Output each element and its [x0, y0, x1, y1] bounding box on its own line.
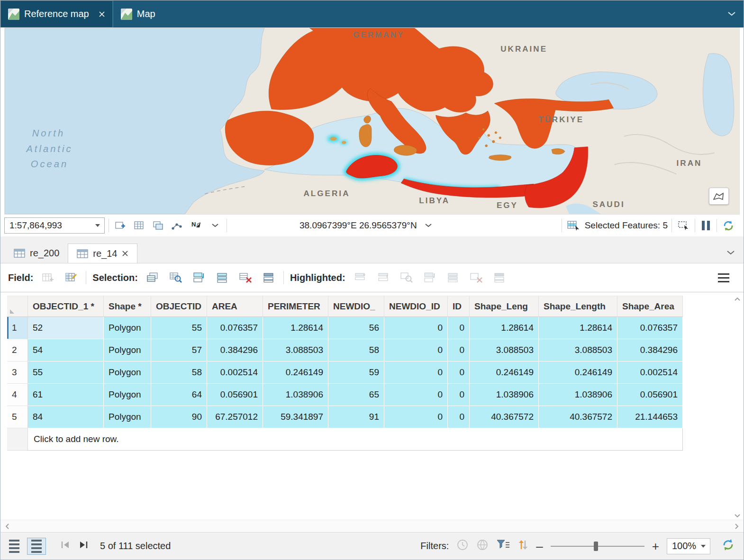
column-header[interactable]: PERIMETER: [263, 296, 328, 317]
cell[interactable]: 1.28614: [539, 317, 617, 339]
map-canvas[interactable]: GERMANY UKRAINE TÜRKIYE IRAN SAUDI EGY L…: [4, 27, 740, 215]
highlight-copy-icon[interactable]: [352, 270, 369, 285]
cell[interactable]: Polygon: [104, 339, 151, 361]
cell[interactable]: 0.076357: [617, 317, 683, 339]
cell[interactable]: 0: [448, 339, 470, 361]
highlight-rows-icon[interactable]: [445, 270, 462, 285]
cell[interactable]: 1.28614: [470, 317, 539, 339]
scroll-down-icon[interactable]: [734, 514, 741, 518]
next-record-icon[interactable]: [78, 541, 89, 551]
time-filter-icon[interactable]: [456, 539, 469, 553]
view-tab-map[interactable]: Map: [113, 0, 163, 27]
scroll-left-icon[interactable]: [5, 523, 9, 530]
cell[interactable]: 0: [448, 406, 470, 428]
cell[interactable]: Polygon: [104, 361, 151, 384]
highlight-clear-icon[interactable]: [468, 270, 485, 285]
new-map-view-icon[interactable]: [113, 218, 128, 233]
table-row[interactable]: 3 55 Polygon 58 0.002514 0.246149 59 0 0…: [7, 361, 683, 384]
column-header[interactable]: NEWDIO_ID: [384, 296, 448, 317]
cell[interactable]: 1.038906: [263, 384, 328, 406]
column-header[interactable]: Shape_Leng: [470, 296, 539, 317]
cell[interactable]: 90: [151, 406, 207, 428]
cell[interactable]: 65: [328, 384, 384, 406]
column-header[interactable]: OBJECTID: [151, 296, 207, 317]
cell[interactable]: 0: [448, 384, 470, 406]
filter-icon[interactable]: [496, 539, 510, 553]
cell[interactable]: 40.367572: [470, 406, 539, 428]
cell[interactable]: 0: [384, 361, 448, 384]
cell[interactable]: 1.28614: [263, 317, 328, 339]
cell[interactable]: Polygon: [104, 406, 151, 428]
cell[interactable]: 59.341897: [263, 406, 328, 428]
calculate-field-icon[interactable]: [63, 270, 80, 285]
cell[interactable]: 0.056901: [207, 384, 263, 406]
add-new-row[interactable]: Click to add new row.: [7, 428, 683, 451]
cell[interactable]: 0: [384, 406, 448, 428]
cell[interactable]: 3.088503: [263, 339, 328, 361]
table-tab-re200[interactable]: re_200: [5, 244, 68, 263]
chevron-down-icon[interactable]: [208, 218, 223, 233]
slider-handle[interactable]: [594, 542, 598, 551]
cell[interactable]: 0: [384, 339, 448, 361]
close-tab-icon[interactable]: [99, 11, 105, 18]
column-header[interactable]: Shape_Length: [539, 296, 617, 317]
sort-icon[interactable]: [518, 539, 528, 553]
scale-combobox[interactable]: 1:57,864,993: [4, 217, 105, 234]
switch-selection-icon[interactable]: [191, 270, 208, 285]
column-header[interactable]: NEWDIO_: [328, 296, 384, 317]
highlight-zoom-icon[interactable]: [398, 270, 415, 285]
select-all-icon[interactable]: [214, 270, 231, 285]
cell[interactable]: 56: [328, 317, 384, 339]
grid-icon[interactable]: [132, 218, 147, 233]
cell[interactable]: 3.088503: [470, 339, 539, 361]
north-arrow-icon[interactable]: N: [189, 218, 204, 233]
cell[interactable]: 55: [28, 361, 104, 384]
table-row[interactable]: 5 84 Polygon 90 67.257012 59.341897 91 0…: [7, 406, 683, 428]
add-field-icon[interactable]: [39, 270, 56, 285]
copy-selection-icon[interactable]: [144, 270, 161, 285]
zoom-slider[interactable]: [551, 539, 644, 553]
cell[interactable]: 0.056901: [617, 384, 683, 406]
column-header[interactable]: Shape *: [104, 296, 151, 317]
refresh-icon[interactable]: [721, 218, 736, 233]
highlight-switch-icon[interactable]: [375, 270, 392, 285]
cell[interactable]: 55: [151, 317, 207, 339]
column-header[interactable]: ID: [448, 296, 470, 317]
highlight-select-icon[interactable]: [421, 270, 438, 285]
pause-drawing-icon[interactable]: [699, 221, 713, 230]
cell[interactable]: 0.246149: [263, 361, 328, 384]
cell[interactable]: 59: [328, 361, 384, 384]
table-row[interactable]: 2 54 Polygon 57 0.384296 3.088503 58 0 0…: [7, 339, 683, 361]
clear-selection-icon[interactable]: [237, 270, 254, 285]
close-tab-icon[interactable]: [122, 248, 128, 259]
cell[interactable]: 40.367572: [539, 406, 617, 428]
vertical-scrollbar[interactable]: [732, 297, 743, 518]
first-record-icon[interactable]: [60, 541, 71, 551]
cell[interactable]: 1.038906: [539, 384, 617, 406]
cell[interactable]: 84: [28, 406, 104, 428]
cell[interactable]: 0: [448, 317, 470, 339]
select-rectangle-icon[interactable]: [676, 218, 691, 233]
column-header[interactable]: AREA: [207, 296, 263, 317]
scroll-up-icon[interactable]: [734, 297, 741, 301]
column-header[interactable]: OBJECTID_1 *: [28, 296, 104, 317]
range-filter-icon[interactable]: [476, 539, 489, 553]
cell[interactable]: 21.144653: [617, 406, 683, 428]
zoom-in-button[interactable]: +: [652, 540, 659, 552]
cell[interactable]: 0.002514: [207, 361, 263, 384]
basemap-icon[interactable]: [151, 218, 166, 233]
cell[interactable]: 0.384296: [207, 339, 263, 361]
cell[interactable]: 0.002514: [617, 361, 683, 384]
row-number[interactable]: 4: [7, 384, 28, 406]
cell[interactable]: 58: [328, 339, 384, 361]
row-number[interactable]: 2: [7, 339, 28, 361]
cell[interactable]: 52: [28, 317, 104, 339]
cell[interactable]: 61: [28, 384, 104, 406]
row-number[interactable]: 5: [7, 406, 28, 428]
highlight-delete-icon[interactable]: [491, 270, 508, 285]
cell[interactable]: 0: [384, 317, 448, 339]
table-view-icon[interactable]: [9, 540, 19, 553]
cell[interactable]: Polygon: [104, 317, 151, 339]
overview-map-button[interactable]: [709, 188, 729, 205]
delete-selected-rows-icon[interactable]: [260, 270, 277, 285]
